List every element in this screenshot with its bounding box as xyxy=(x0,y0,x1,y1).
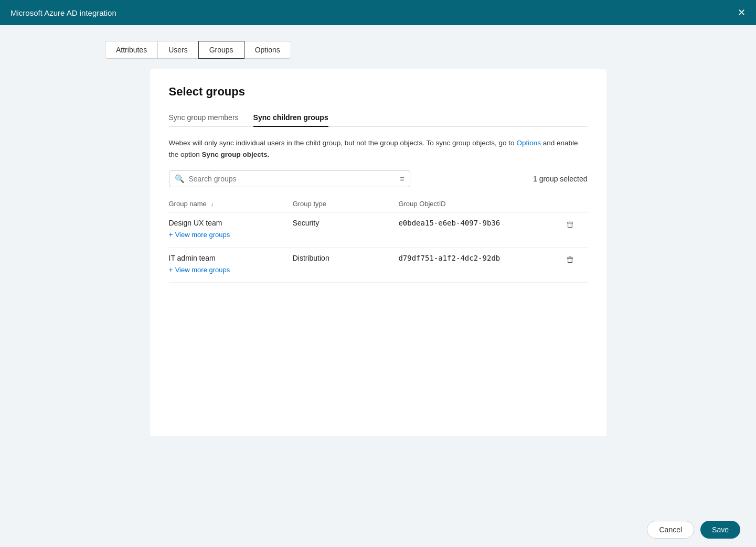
group-name: Design UX team xyxy=(169,219,280,227)
card-title: Select groups xyxy=(169,85,588,99)
search-row: 🔍 ≡ 1 group selected xyxy=(169,170,588,187)
main-wrapper: Attributes Users Groups Options Select g… xyxy=(0,25,756,547)
save-button[interactable]: Save xyxy=(700,521,740,539)
col-header-group-name: Group name ↓ xyxy=(169,196,286,212)
top-tabs: Attributes Users Groups Options xyxy=(105,41,291,59)
view-more-groups-link[interactable]: + View more groups xyxy=(169,230,280,245)
tab-attributes[interactable]: Attributes xyxy=(105,41,158,59)
selected-count: 1 group selected xyxy=(533,175,588,183)
search-icon: 🔍 xyxy=(175,174,185,184)
group-type: Distribution xyxy=(286,248,392,283)
tab-sync-members[interactable]: Sync group members xyxy=(169,109,239,127)
table-header-row: Group name ↓ Group type Group ObjectID xyxy=(169,196,588,212)
sort-icon: ↓ xyxy=(210,201,214,207)
search-box: 🔍 ≡ xyxy=(169,170,410,187)
tab-sync-children[interactable]: Sync children groups xyxy=(253,109,328,127)
col-header-group-type: Group type xyxy=(286,196,392,212)
group-objectid: d79df751-a1f2-4dc2-92db xyxy=(392,248,557,283)
tab-options[interactable]: Options xyxy=(244,41,291,59)
col-header-group-objectid: Group ObjectID xyxy=(392,196,557,212)
delete-group-button[interactable]: 🗑 xyxy=(563,219,578,230)
title-bar: Microsoft Azure AD integration ✕ xyxy=(0,0,756,25)
cancel-button[interactable]: Cancel xyxy=(647,521,694,539)
view-more-groups-link[interactable]: + View more groups xyxy=(169,265,280,280)
search-input[interactable] xyxy=(189,175,396,183)
dialog-title: Microsoft Azure AD integration xyxy=(10,8,116,17)
options-link[interactable]: Options xyxy=(516,139,541,147)
group-type: Security xyxy=(286,212,392,248)
table-row: IT admin team + View more groups Distrib… xyxy=(169,248,588,283)
info-text: Webex will only sync individual users in… xyxy=(169,137,588,160)
col-header-action xyxy=(557,196,587,212)
table-row: Design UX team + View more groups Securi… xyxy=(169,212,588,248)
group-name: IT admin team xyxy=(169,254,280,262)
content-card: Select groups Sync group members Sync ch… xyxy=(150,69,606,436)
filter-icon[interactable]: ≡ xyxy=(400,175,404,183)
group-name-cell: IT admin team + View more groups xyxy=(169,254,280,280)
groups-table: Group name ↓ Group type Group ObjectID xyxy=(169,196,588,283)
tab-users[interactable]: Users xyxy=(157,41,199,59)
tab-groups[interactable]: Groups xyxy=(198,41,244,59)
close-button[interactable]: ✕ xyxy=(738,8,746,17)
bottom-bar: Cancel Save xyxy=(0,512,756,547)
inner-tabs: Sync group members Sync children groups xyxy=(169,109,588,127)
delete-group-button[interactable]: 🗑 xyxy=(563,254,578,265)
group-name-cell: Design UX team + View more groups xyxy=(169,219,280,245)
group-objectid: e0bdea15-e6eb-4097-9b36 xyxy=(392,212,557,248)
